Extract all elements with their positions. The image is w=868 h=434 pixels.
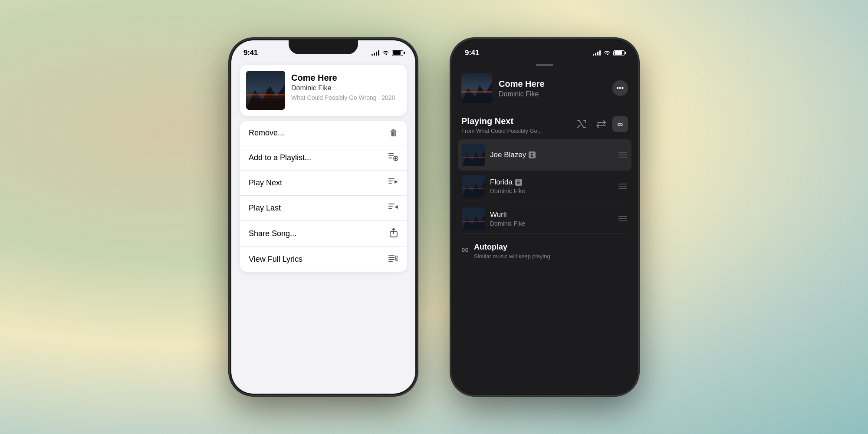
- drag-lines-1[interactable]: [618, 152, 627, 158]
- divider-1: [461, 201, 628, 201]
- divider-2: [461, 233, 628, 234]
- svg-marker-19: [395, 205, 398, 209]
- now-playing-artwork: [461, 73, 492, 103]
- song-album-1: What Could Possibly Go Wrong · 2020: [291, 94, 401, 102]
- song-card: Come Here Dominic Fike What Could Possib…: [240, 65, 407, 116]
- menu-item-add-playlist[interactable]: Add to a Playlist...: [240, 145, 407, 171]
- more-dots-icon: •••: [617, 84, 624, 92]
- notch-2: [510, 40, 579, 54]
- autoplay-subtitle: Similar music will keep playing: [474, 253, 628, 260]
- svg-rect-14: [388, 183, 392, 184]
- wifi-icon-2: [603, 50, 611, 56]
- svg-rect-25: [388, 261, 393, 262]
- svg-rect-18: [388, 208, 392, 209]
- menu-label-lyrics: View Full Lyrics: [249, 255, 302, 264]
- notch-1: [289, 40, 358, 54]
- menu-label-play-last: Play Last: [249, 204, 281, 213]
- now-playing-artist: Dominic Fike: [499, 90, 605, 98]
- playing-next-title: Playing Next: [461, 116, 542, 126]
- queue-info-joe-blazey: Joe Blazey E: [490, 151, 613, 159]
- infinity-icon: ∞: [618, 120, 623, 129]
- svg-rect-8: [388, 158, 392, 158]
- queue-art-joe-blazey: [462, 144, 485, 166]
- queue-info-wurli: Wurli Dominic Fike: [490, 210, 613, 227]
- song-title-1: Come Here: [291, 72, 401, 83]
- svg-rect-17: [388, 206, 393, 207]
- song-artwork-1: [246, 71, 285, 110]
- autoplay-queue-button[interactable]: ∞: [612, 116, 628, 132]
- svg-marker-15: [395, 180, 398, 184]
- status-time-2: 9:41: [465, 49, 479, 57]
- queue-title-wurli: Wurli: [490, 210, 613, 219]
- now-playing-header: Come Here Dominic Fike •••: [453, 66, 637, 112]
- svg-rect-7: [388, 155, 394, 156]
- svg-rect-24: [388, 259, 395, 260]
- autoplay-info: Autoplay Similar music will keep playing: [474, 243, 628, 260]
- queue-item-florida[interactable]: Florida E Dominic Fike: [453, 171, 637, 199]
- autoplay-section: ∞ Autoplay Similar music will keep playi…: [453, 236, 637, 266]
- play-next-icon: [388, 178, 398, 188]
- autoplay-title: Autoplay: [474, 243, 628, 252]
- queue-art-wurli: [462, 207, 485, 230]
- context-menu: Remove... 🗑 Add to a Playlist...: [240, 121, 407, 272]
- queue-info-florida: Florida E Dominic Fike: [490, 178, 613, 194]
- battery-icon-1: [392, 50, 403, 56]
- signal-icon-2: [593, 50, 601, 56]
- status-icons-1: [372, 50, 403, 56]
- menu-label-add-playlist: Add to a Playlist...: [249, 153, 311, 162]
- queue-art-florida: [462, 175, 485, 197]
- explicit-badge-1: E: [529, 151, 536, 158]
- signal-icon-1: [372, 50, 379, 56]
- svg-rect-13: [388, 181, 393, 181]
- wifi-icon-1: [382, 50, 389, 56]
- menu-item-lyrics[interactable]: View Full Lyrics: [240, 247, 407, 272]
- queue-title-joe-blazey: Joe Blazey E: [490, 151, 613, 159]
- playlist-add-icon: [388, 152, 398, 163]
- song-info-1: Come Here Dominic Fike What Could Possib…: [291, 71, 401, 102]
- menu-label-share: Share Song...: [249, 229, 296, 238]
- status-time-1: 9:41: [243, 49, 258, 57]
- status-icons-2: [593, 50, 625, 56]
- svg-rect-22: [388, 255, 395, 256]
- svg-rect-6: [388, 153, 394, 154]
- drag-lines-3[interactable]: [618, 216, 627, 221]
- svg-rect-16: [388, 204, 395, 204]
- now-playing-title: Come Here: [499, 79, 605, 89]
- drag-lines-2[interactable]: [618, 184, 627, 189]
- lyrics-icon: [388, 254, 398, 265]
- trash-icon: 🗑: [389, 128, 398, 138]
- autoplay-infinity-icon: ∞: [461, 243, 469, 256]
- share-icon: [389, 228, 398, 240]
- phone-2: 9:41: [451, 39, 638, 395]
- menu-item-remove[interactable]: Remove... 🗑: [240, 121, 407, 145]
- queue-item-joe-blazey[interactable]: Joe Blazey E: [462, 144, 627, 166]
- playing-next-subtitle: From What Could Possibly Go...: [461, 128, 542, 134]
- menu-label-play-next: Play Next: [249, 178, 282, 187]
- queue-artist-wurli: Dominic Fike: [490, 220, 613, 227]
- queue-controls: ∞: [574, 116, 628, 132]
- shuffle-button[interactable]: [574, 116, 590, 132]
- now-playing-info: Come Here Dominic Fike: [499, 79, 605, 98]
- playing-next-header: Playing Next From What Could Possibly Go…: [453, 112, 637, 139]
- menu-item-play-last[interactable]: Play Last: [240, 196, 407, 221]
- more-button[interactable]: •••: [612, 80, 628, 96]
- menu-item-play-next[interactable]: Play Next: [240, 171, 407, 196]
- repeat-button[interactable]: [593, 116, 609, 132]
- play-last-icon: [388, 203, 398, 214]
- explicit-badge-2: E: [515, 179, 522, 186]
- svg-rect-23: [388, 257, 395, 258]
- menu-item-share[interactable]: Share Song...: [240, 221, 407, 247]
- queue-item-wurli[interactable]: Wurli Dominic Fike: [453, 203, 637, 232]
- menu-label-remove: Remove...: [249, 128, 284, 138]
- song-artist-1: Dominic Fike: [291, 84, 401, 92]
- queue-artist-florida: Dominic Fike: [490, 187, 613, 194]
- battery-icon-2: [613, 50, 625, 56]
- phone-1: 9:41: [230, 39, 417, 395]
- svg-rect-12: [388, 178, 395, 179]
- queue-title-florida: Florida E: [490, 178, 613, 187]
